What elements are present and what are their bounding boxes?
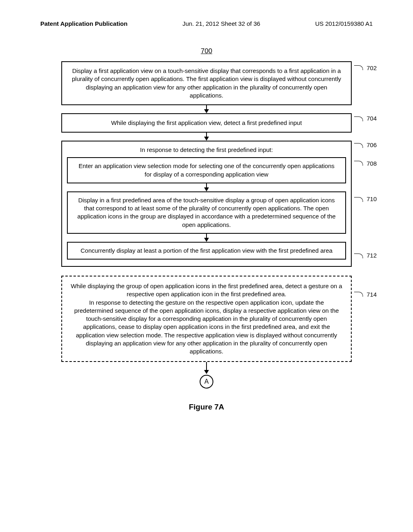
- box-714-text: While displaying the group of open appli…: [71, 283, 342, 355]
- page-container: Patent Application Publication Jun. 21, …: [0, 0, 413, 424]
- gap-spacer: [61, 267, 352, 276]
- box-712-text: Concurrently display at least a portion …: [81, 247, 333, 254]
- flow-step-710: Display in a first predefined area of th…: [67, 191, 346, 234]
- header-left: Patent Application Publication: [40, 20, 127, 27]
- flow-step-708: Enter an application view selection mode…: [67, 157, 346, 183]
- box-710-text: Display in a first predefined area of th…: [77, 197, 336, 228]
- flow-step-702: Display a first application view on a to…: [61, 61, 352, 105]
- arrow-702-704: [61, 105, 352, 113]
- connector-a: A: [200, 375, 213, 389]
- box-706-container: In response to detecting the first prede…: [61, 141, 352, 267]
- ref-704: 704: [367, 115, 377, 122]
- ref-714: 714: [367, 291, 377, 298]
- box-708-text: Enter an application view selection mode…: [79, 162, 335, 177]
- box-702-text: Display a first application view on a to…: [72, 67, 341, 99]
- arrow-710-712: [67, 234, 346, 242]
- flow-step-704: While displaying the first application v…: [61, 113, 352, 133]
- flow-step-714: While displaying the group of open appli…: [61, 276, 352, 362]
- box-704: While displaying the first application v…: [61, 113, 352, 133]
- arrow-704-706: [61, 133, 352, 141]
- lead-line-702: [354, 65, 363, 70]
- figure-number: 700: [61, 47, 352, 55]
- lead-line-706: [354, 143, 363, 148]
- lead-line-708: [354, 161, 363, 166]
- lead-line-714: [354, 292, 363, 297]
- ref-712: 712: [367, 252, 377, 259]
- lead-line-704: [354, 116, 363, 121]
- ref-710: 710: [367, 195, 377, 202]
- box-706-title: In response to detecting the first prede…: [67, 146, 346, 153]
- box-702: Display a first application view on a to…: [61, 61, 352, 105]
- arrow-714-connector: [61, 362, 352, 375]
- connector-a-label: A: [204, 378, 209, 385]
- arrow-708-710: [67, 183, 346, 191]
- flow-step-712: Concurrently display at least a portion …: [67, 242, 346, 260]
- box-704-text: While displaying the first application v…: [111, 119, 302, 126]
- ref-706: 706: [367, 141, 377, 148]
- lead-line-710: [354, 197, 363, 202]
- lead-line-712: [354, 254, 363, 258]
- page-header: Patent Application Publication Jun. 21, …: [24, 20, 389, 27]
- box-714: While displaying the group of open appli…: [61, 276, 352, 362]
- ref-708: 708: [367, 160, 377, 167]
- flow-step-706: In response to detecting the first prede…: [61, 141, 352, 267]
- ref-702: 702: [367, 64, 377, 71]
- figure-caption: Figure 7A: [61, 403, 352, 411]
- box-712: Concurrently display at least a portion …: [67, 242, 346, 260]
- flowchart: 700 Display a first application view on …: [61, 47, 352, 411]
- box-708: Enter an application view selection mode…: [67, 157, 346, 183]
- header-center: Jun. 21, 2012 Sheet 32 of 36: [182, 20, 260, 27]
- box-710: Display in a first predefined area of th…: [67, 191, 346, 234]
- header-right: US 2012/0159380 A1: [315, 20, 373, 27]
